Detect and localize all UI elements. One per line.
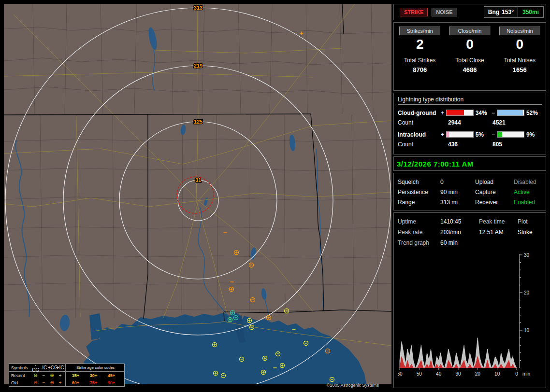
total-close-value: 4686 [445,66,494,73]
side-panel: STRIKE NOISE Bng 153° 350mi Strikes/min … [393,4,546,388]
settings-row: Persistence 90 min Capture Active [398,187,542,197]
ic-pos-bar [446,131,473,138]
total-noises-value: 1656 [495,66,545,73]
noises-per-min-button[interactable]: Noises/min [499,27,540,35]
ic-neg-count: 805 [492,141,502,148]
svg-text:10: 10 [494,371,500,377]
lightning-map[interactable]: 31321912531 [4,4,391,384]
svg-text:20: 20 [475,371,481,377]
clock-box: 3/12/2026 7:00:11 AM [393,156,546,171]
distribution-title: Lightning type distribution [398,96,542,105]
squelch-value: 0 [440,179,475,185]
cloud-ground-row: Cloud-ground + 34% − 52% [398,108,542,117]
bearing-range-box: Bng 153° 350mi [484,6,544,18]
copyright-text: ©2005 Astrogenic Systems [327,383,379,388]
total-strikes-label: Total Strikes [395,57,445,64]
close-per-min-value: 0 [445,37,494,52]
rates-box: Strikes/min 2 Total Strikes 8706 Close/m… [393,22,546,91]
map-panel[interactable]: 31321912531 Symbols -CG -IC +CG +IC Stri… [4,4,391,388]
age-30: 30+ [85,373,102,378]
cg-pos-bar-fill [447,110,463,115]
legend-age-header: Strike age color codes [67,365,124,370]
plot-value: Strike [518,229,542,236]
settings-box: Squelch 0 Upload Disabled Persistence 90… [393,173,546,210]
status-row: Uptime 1410:45 Peak time Plot [398,216,542,227]
age-45: 45+ [102,373,120,378]
svg-text:30: 30 [524,253,530,258]
total-noises-label: Total Noises [495,57,545,64]
ic-pos-pct: 5% [475,131,491,138]
noises-per-min-value: 0 [495,37,545,52]
svg-text:219: 219 [194,63,203,69]
legend-col-neg-ic: -IC [40,365,48,370]
uptime-value: 1410:45 [440,218,479,225]
svg-text:30: 30 [455,371,461,377]
svg-text:20: 20 [524,290,530,295]
trend-row: Trend graph 60 min [398,238,542,248]
trend-window-value: 60 min [440,239,479,246]
trend-graph: 1020306050403020100min [398,253,543,378]
capture-status: Active [514,189,542,196]
legend-symbols-header: Symbols [9,365,31,370]
age-90: 90+ [102,380,120,385]
settings-row: Range 313 mi Receiver Enabled [398,197,542,207]
cloud-ground-count-row: Count 2944 4521 [398,117,542,127]
total-close-label: Total Close [445,57,494,64]
strikes-per-min-button[interactable]: Strikes/min [399,27,440,35]
svg-text:125: 125 [194,119,203,125]
noise-indicator-button[interactable]: NOISE [432,8,457,16]
svg-text:40: 40 [436,371,442,377]
persistence-value: 90 min [440,189,475,196]
legend-divider [65,364,66,371]
map-legend: Symbols -CG -IC +CG +IC Strike age color… [9,364,125,387]
recent-pos-cg-icon: ⊕ [48,373,56,378]
close-column: Close/min 0 Total Close 4686 [445,27,494,73]
bearing-label: Bng [488,9,499,15]
status-row: Peak rate 203/min 12:51 AM Strike [398,227,542,238]
cg-pos-count: 2944 [448,119,492,126]
svg-text:60: 60 [398,371,403,377]
upload-status: Disabled [514,179,542,185]
strike-indicator-button[interactable]: STRIKE [400,8,428,16]
count-label: Count [398,141,448,148]
peak-rate-value: 203/min [440,229,479,236]
strikes-per-min-value: 2 [395,37,445,52]
uptime-label: Uptime [398,218,440,225]
status-box: Uptime 1410:45 Peak time Plot Peak rate … [393,212,546,388]
distribution-box: Lightning type distribution Cloud-ground… [393,93,546,154]
old-pos-cg-icon: ⊕ [48,380,56,385]
count-label: Count [398,119,448,126]
peak-rate-label: Peak rate [398,229,440,236]
ic-pos-count: 436 [448,141,492,148]
old-pos-ic-icon: + [56,380,64,385]
ic-neg-bar-fill [497,132,502,137]
legend-col-pos-cg: +CG [48,365,56,370]
svg-text:10: 10 [524,328,530,333]
bearing-value: 153° [502,9,514,15]
legend-col-pos-ic: +IC [56,365,64,370]
age-60: 60+ [67,380,85,385]
close-per-min-button[interactable]: Close/min [449,27,490,35]
svg-text:50: 50 [417,371,422,377]
recent-neg-cg-icon: ⊖ [31,373,40,378]
legend-recent-label: Recent [9,373,31,378]
range-readout: 350mi [518,7,543,17]
plus-sign: + [440,110,445,116]
plus-sign: + [440,131,445,138]
squelch-label: Squelch [398,179,440,185]
range-value: 313 mi [440,199,475,206]
capture-label: Capture [475,189,514,196]
legend-recent-row: Recent ⊖ − ⊕ + 15+ 30+ 45+ [9,372,124,379]
persistence-label: Persistence [398,189,440,196]
peak-time-label: Peak time [479,218,518,225]
legend-col-neg-cg: -CG [31,363,40,373]
plot-label: Plot [518,218,542,225]
recent-pos-ic-icon: + [56,373,64,378]
minus-sign: − [491,131,496,138]
age-15: 15+ [67,373,85,378]
datetime-display: 3/12/2026 7:00:11 AM [397,160,474,168]
ic-neg-bar [497,131,524,138]
noises-column: Noises/min 0 Total Noises 1656 [495,27,545,73]
cloud-ground-label: Cloud-ground [398,110,440,116]
app-window: 31321912531 Symbols -CG -IC +CG +IC Stri… [0,0,550,392]
